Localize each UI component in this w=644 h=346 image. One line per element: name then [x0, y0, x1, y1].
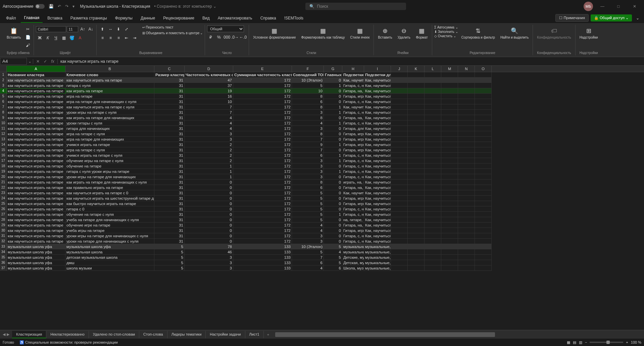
redo-icon[interactable]: ↷ [65, 4, 68, 9]
header-cell[interactable]: Частотность ключевых слов [185, 72, 233, 78]
cell[interactable]: Гитара, с, нуля, гитаре, ( [342, 206, 364, 212]
cell[interactable] [408, 126, 425, 131]
cell[interactable]: как научиться играть на гитаре [7, 142, 65, 147]
cell[interactable]: 0 [324, 180, 342, 185]
cell[interactable]: уроки игры на гитаре для начинающих [65, 174, 154, 180]
row-header[interactable]: 3 [0, 83, 7, 88]
cell[interactable]: 5 [292, 249, 324, 255]
ribbon-tab[interactable]: Разметка страницы [67, 14, 110, 22]
cell[interactable] [441, 265, 458, 271]
header-cell[interactable] [475, 72, 492, 78]
undo-icon[interactable]: ↶ [58, 4, 61, 9]
cell[interactable]: как научиться играть на гитаре [7, 228, 65, 233]
cell[interactable] [475, 88, 492, 94]
cell[interactable] [458, 190, 475, 196]
cell[interactable]: 3 [292, 126, 324, 131]
cell[interactable]: 172 [233, 158, 292, 163]
cell[interactable]: обучение игры на гитаре с нуля [65, 158, 154, 163]
cell[interactable]: 0 [324, 196, 342, 201]
cell[interactable]: 0 [324, 217, 342, 223]
cell[interactable] [391, 83, 408, 88]
cell[interactable] [425, 142, 441, 147]
cell[interactable] [458, 137, 475, 142]
cell[interactable]: игра на гитаре [65, 94, 154, 99]
cell[interactable] [408, 185, 425, 190]
header-cell[interactable]: Совпадений ТОПа [292, 72, 324, 78]
merge-button[interactable]: ⊞ Объединить и поместить в центре ⌄ [142, 31, 203, 35]
cell[interactable]: Как, научиться, играть, на, гитаре, обуч… [364, 190, 391, 196]
fx-icon[interactable]: fx [49, 59, 56, 64]
column-header[interactable]: G [324, 66, 342, 72]
cell[interactable] [425, 223, 441, 228]
cell[interactable] [475, 110, 492, 115]
cell[interactable] [425, 137, 441, 142]
cell[interactable]: 31 [154, 163, 185, 169]
cell[interactable]: как научиться играть на гитаре [7, 201, 65, 206]
cell[interactable]: гитара с нуля уроки игры на гитаре [65, 169, 154, 174]
cell[interactable]: 31 [154, 147, 185, 153]
sheet-tab[interactable]: Удалено по стоп-словам [89, 331, 139, 338]
cell[interactable] [408, 83, 425, 88]
cell[interactable] [441, 99, 458, 104]
grid[interactable]: 1Название кластераКлючевое словоРазмер к… [0, 72, 644, 330]
cell[interactable]: Как, научиться, играть, на, гитаре, обуч… [364, 99, 391, 104]
cell[interactable] [475, 201, 492, 206]
cell[interactable] [408, 228, 425, 233]
cell[interactable]: Как, научиться, играть, на, гитаре, обуч… [364, 223, 391, 228]
cell[interactable]: Как, научиться, играть, на, гитаре, обуч… [364, 217, 391, 223]
row-header[interactable]: 15 [0, 147, 7, 153]
cell[interactable] [391, 169, 408, 174]
cell[interactable] [458, 201, 475, 206]
header-cell[interactable] [458, 72, 475, 78]
cell[interactable]: 133 [233, 244, 292, 249]
cell[interactable]: 172 [233, 228, 292, 233]
row-header[interactable]: 27 [0, 212, 7, 217]
cell[interactable] [475, 137, 492, 142]
cell[interactable]: 0 [185, 185, 233, 190]
ribbon-tab[interactable]: !SEMTools [281, 14, 307, 22]
cell[interactable] [391, 260, 408, 265]
cell[interactable]: Как, научиться, играть, на, гитаре, обуч… [364, 153, 391, 158]
cell[interactable]: как научиться играть на гитаре [7, 94, 65, 99]
cell[interactable] [391, 190, 408, 196]
row-header[interactable]: 20 [0, 174, 7, 180]
cell[interactable]: как научиться играть на гитаре [7, 131, 65, 137]
cell[interactable]: обучение на гитаре [65, 163, 154, 169]
cell[interactable]: 1 [185, 163, 233, 169]
cell[interactable]: 172 [233, 115, 292, 120]
cell[interactable] [391, 223, 408, 228]
align-bottom-icon[interactable]: ⬇ [115, 26, 122, 33]
cell[interactable]: Как, научиться, играть, н [342, 78, 364, 83]
cell[interactable]: 31 [154, 212, 185, 217]
autosave-toggle[interactable] [35, 4, 45, 9]
cell[interactable] [441, 206, 458, 212]
sheet-tab[interactable]: Настройки задачи [206, 331, 245, 338]
cell[interactable] [408, 206, 425, 212]
zoom-out-icon[interactable]: − [585, 340, 587, 344]
cell[interactable] [408, 265, 425, 271]
cell[interactable] [425, 190, 441, 196]
cell[interactable] [425, 174, 441, 180]
row-header[interactable]: 4 [0, 88, 7, 94]
cell[interactable] [475, 169, 492, 174]
cell[interactable] [391, 120, 408, 126]
cell[interactable]: 4 [292, 223, 324, 228]
cell[interactable]: 31 [154, 137, 185, 142]
indent-increase-icon[interactable]: ⇥ [131, 34, 138, 42]
cell[interactable] [475, 206, 492, 212]
cell[interactable] [475, 212, 492, 217]
cell[interactable]: 8 [292, 94, 324, 99]
cell[interactable]: Гитара, игры, на, гитаре [342, 201, 364, 206]
row-header[interactable]: 28 [0, 217, 7, 223]
cell[interactable]: уроки игры на гитаре для начинающих с ну… [65, 233, 154, 239]
cell[interactable]: 0 [324, 206, 342, 212]
cell[interactable] [441, 137, 458, 142]
column-header[interactable]: J [391, 66, 408, 72]
cell[interactable] [458, 115, 475, 120]
sheet-tab[interactable]: Лист1 [245, 331, 264, 338]
cell[interactable]: 2 [185, 158, 233, 163]
cell[interactable] [458, 206, 475, 212]
cell[interactable] [391, 249, 408, 255]
cell[interactable]: 172 [233, 126, 292, 131]
cell[interactable] [425, 88, 441, 94]
